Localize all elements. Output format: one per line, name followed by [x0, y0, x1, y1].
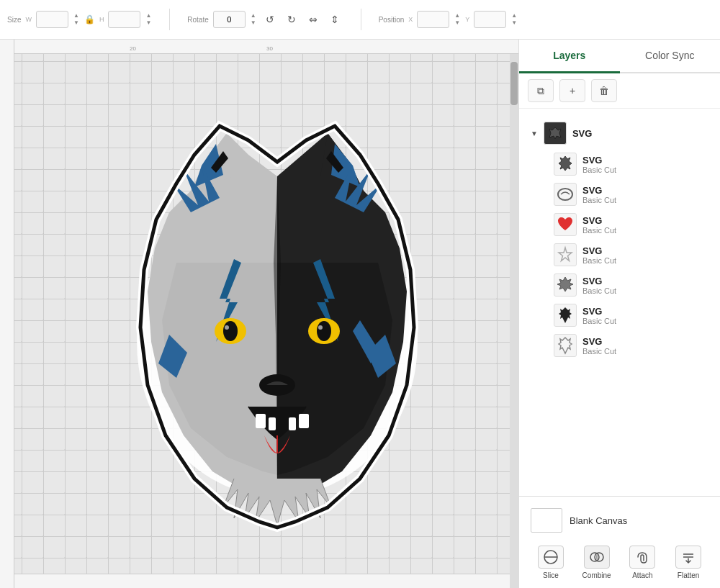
- blank-canvas-thumbnail: [531, 508, 562, 533]
- attach-button[interactable]: Attach: [624, 546, 660, 579]
- list-item[interactable]: SVG Basic Cut: [528, 330, 711, 361]
- blank-canvas-label: Blank Canvas: [570, 515, 627, 526]
- rotate-ccw-button[interactable]: ↺: [261, 11, 279, 28]
- duplicate-layer-button[interactable]: ⧉: [528, 79, 554, 102]
- chevron-down-icon: ▼: [531, 130, 538, 137]
- width-spinner[interactable]: ▲ ▼: [73, 12, 80, 27]
- canvas-bottom-ruler: [0, 574, 510, 588]
- layer-group-svg: ▼ SVG SV: [519, 114, 720, 363]
- rotate-up[interactable]: ▲: [250, 12, 257, 19]
- duplicate-icon: ⧉: [537, 85, 544, 97]
- svg-point-14: [558, 189, 572, 200]
- divider-2: [361, 9, 361, 30]
- layer-info-6: SVG Basic Cut: [582, 306, 616, 325]
- canvas-area[interactable]: 20 30: [0, 40, 518, 588]
- y-input[interactable]: [474, 11, 506, 28]
- layer-info-4: SVG Basic Cut: [582, 245, 616, 265]
- position-label: Position: [379, 16, 405, 24]
- add-layer-button[interactable]: +: [559, 79, 585, 102]
- svg-rect-12: [289, 417, 296, 430]
- flatten-button[interactable]: Flatten: [670, 546, 706, 579]
- height-input[interactable]: [108, 11, 140, 28]
- group-info: SVG: [572, 128, 592, 139]
- combine-button[interactable]: Combine: [579, 546, 615, 579]
- combine-icon: [584, 546, 610, 569]
- toolbar-rotate-group: Rotate ▲ ▼ ↺ ↻ ⇔ ⇕: [187, 11, 343, 28]
- toolbar-position-group: Position X ▲ ▼ Y ▲ ▼: [379, 11, 518, 28]
- list-item[interactable]: SVG Basic Cut: [528, 300, 711, 330]
- height-spinner[interactable]: ▲ ▼: [145, 12, 152, 27]
- list-item[interactable]: SVG Basic Cut: [528, 240, 711, 270]
- svg-rect-13: [299, 414, 309, 428]
- rotate-label: Rotate: [187, 16, 208, 24]
- layer-info-2: SVG Basic Cut: [582, 185, 616, 204]
- divider-1: [169, 9, 170, 30]
- list-item[interactable]: SVG Basic Cut: [528, 270, 711, 300]
- svg-rect-10: [256, 414, 266, 428]
- list-item[interactable]: SVG Basic Cut: [528, 209, 711, 240]
- panel-tabs: Layers Color Sync: [519, 40, 720, 73]
- y-spinner[interactable]: ▲ ▼: [510, 12, 518, 27]
- x-up[interactable]: ▲: [454, 12, 461, 19]
- width-down[interactable]: ▼: [73, 19, 80, 27]
- svg-rect-11: [269, 417, 276, 430]
- main-toolbar: Size W ▲ ▼ 🔒 H ▲ ▼ Rotate ▲ ▼ ↺ ↻ ⇔ ⇕: [0, 0, 720, 40]
- size-label: Size: [7, 16, 21, 24]
- ruler-horizontal: 20 30: [0, 40, 518, 54]
- svg-point-7: [317, 321, 331, 341]
- layer-info-5: SVG Basic Cut: [582, 276, 616, 295]
- list-item[interactable]: SVG Basic Cut: [528, 149, 711, 179]
- layer-thumbnail-5: [554, 273, 577, 297]
- layer-info-3: SVG Basic Cut: [582, 215, 616, 235]
- y-up[interactable]: ▲: [510, 12, 518, 19]
- height-up[interactable]: ▲: [145, 12, 152, 19]
- width-input[interactable]: [36, 11, 68, 28]
- svg-point-8: [318, 325, 323, 330]
- wolf-image-container: [94, 97, 461, 558]
- height-down[interactable]: ▼: [145, 19, 152, 27]
- toolbar-size-group: Size W ▲ ▼ 🔒 H ▲ ▼: [7, 11, 152, 28]
- rotate-input[interactable]: [213, 11, 246, 28]
- panel-actions: Slice Combine: [528, 541, 711, 581]
- lock-icon: 🔒: [84, 14, 95, 24]
- x-down[interactable]: ▼: [454, 19, 461, 27]
- delete-layer-button[interactable]: 🗑: [591, 79, 617, 102]
- layer-group-header[interactable]: ▼ SVG: [528, 117, 711, 149]
- slice-button[interactable]: Slice: [533, 546, 569, 579]
- layer-info-1: SVG Basic Cut: [582, 155, 616, 174]
- tab-layers[interactable]: Layers: [519, 40, 620, 73]
- y-label: Y: [465, 16, 469, 23]
- layer-thumbnail-1: [554, 153, 577, 176]
- svg-point-5: [225, 325, 229, 330]
- group-thumbnail: [544, 122, 567, 145]
- ruler-vertical: [0, 40, 14, 588]
- flip-h-button[interactable]: ⇔: [305, 11, 322, 28]
- panel-toolbar: ⧉ + 🗑: [519, 73, 720, 109]
- panel-bottom: Blank Canvas Slice: [519, 496, 720, 588]
- svg-point-4: [223, 321, 238, 341]
- rotate-cw-button[interactable]: ↻: [283, 11, 300, 28]
- y-down[interactable]: ▼: [510, 19, 518, 27]
- layer-info-7: SVG Basic Cut: [582, 336, 616, 356]
- scrollbar-vertical[interactable]: [510, 54, 518, 588]
- x-label: X: [408, 16, 413, 23]
- rotate-down[interactable]: ▼: [250, 19, 257, 27]
- right-panel: Layers Color Sync ⧉ + 🗑 ▼: [518, 40, 720, 588]
- scrollbar-thumb[interactable]: [510, 62, 518, 105]
- flip-v-button[interactable]: ⇕: [326, 11, 343, 28]
- layer-thumbnail-7: [554, 334, 577, 357]
- x-spinner[interactable]: ▲ ▼: [454, 12, 461, 27]
- ruler-mark-30: 30: [266, 45, 273, 52]
- blank-canvas-item[interactable]: Blank Canvas: [528, 504, 711, 537]
- width-up[interactable]: ▲: [73, 12, 80, 19]
- list-item[interactable]: SVG Basic Cut: [528, 179, 711, 209]
- x-input[interactable]: [417, 11, 449, 28]
- layer-thumbnail-3: [554, 213, 577, 236]
- attach-icon: [629, 546, 655, 569]
- rotate-spinner[interactable]: ▲ ▼: [250, 12, 257, 27]
- ruler-mark-20: 20: [130, 45, 136, 52]
- tab-color-sync[interactable]: Color Sync: [620, 40, 721, 73]
- h-label: H: [99, 16, 104, 23]
- delete-icon: 🗑: [599, 85, 609, 96]
- main-content: 20 30: [0, 40, 720, 588]
